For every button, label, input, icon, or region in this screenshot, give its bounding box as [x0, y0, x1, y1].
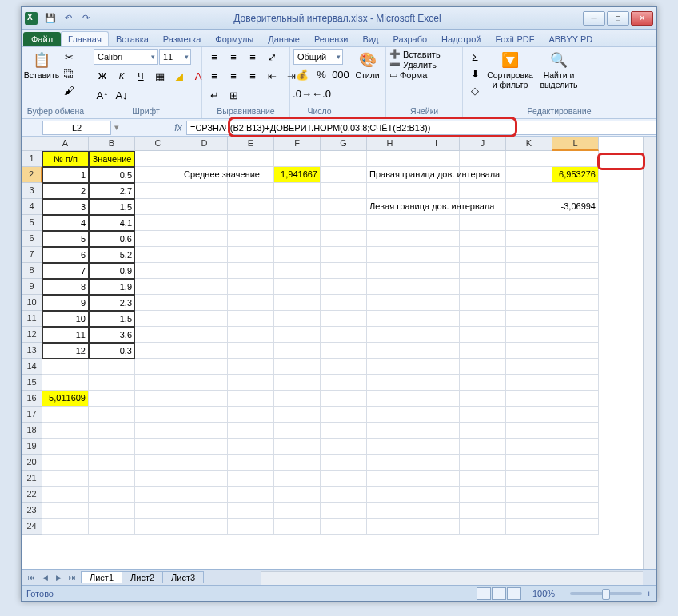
cell-L3[interactable] — [552, 183, 599, 199]
cell-E17[interactable] — [228, 407, 274, 423]
cell-D9[interactable] — [181, 279, 228, 295]
cell-B15[interactable] — [89, 375, 135, 391]
horizontal-scrollbar[interactable] — [261, 571, 643, 585]
zoom-in-icon[interactable]: + — [647, 589, 652, 598]
cell-I9[interactable] — [413, 279, 460, 295]
tab-home[interactable]: Главная — [61, 31, 109, 46]
cell-C18[interactable] — [135, 423, 181, 439]
cell-I19[interactable] — [413, 439, 460, 455]
cell-E21[interactable] — [228, 471, 274, 487]
cell-K1[interactable] — [506, 151, 552, 167]
row-header-17[interactable]: 17 — [22, 407, 42, 423]
cell-G13[interactable] — [321, 343, 367, 359]
cell-J23[interactable] — [460, 503, 506, 519]
cell-G16[interactable] — [321, 391, 367, 407]
cell-C6[interactable] — [135, 231, 181, 247]
cell-H19[interactable] — [367, 439, 413, 455]
cell-G5[interactable] — [321, 215, 367, 231]
cell-H13[interactable] — [367, 343, 413, 359]
sheet-tab-2[interactable]: Лист2 — [122, 571, 163, 583]
cell-F1[interactable] — [274, 151, 321, 167]
cell-G18[interactable] — [321, 423, 367, 439]
fx-icon[interactable]: fx — [170, 122, 186, 133]
sheet-tab-1[interactable]: Лист1 — [81, 571, 122, 583]
cell-F14[interactable] — [274, 359, 321, 375]
cell-E19[interactable] — [228, 439, 274, 455]
cell-H16[interactable] — [367, 391, 413, 407]
row-header-14[interactable]: 14 — [22, 359, 42, 375]
cell-H12[interactable] — [367, 327, 413, 343]
number-format-combo[interactable]: Общий — [293, 49, 343, 65]
cell-H1[interactable] — [367, 151, 413, 167]
cell-B4[interactable]: 1,5 — [89, 199, 135, 215]
cell-F10[interactable] — [274, 295, 321, 311]
cell-A19[interactable] — [42, 439, 89, 455]
cell-I1[interactable] — [413, 151, 460, 167]
cell-F7[interactable] — [274, 247, 321, 263]
cell-I17[interactable] — [413, 407, 460, 423]
format-cells-button[interactable]: ▭Формат — [389, 70, 431, 80]
cell-F17[interactable] — [274, 407, 321, 423]
cell-E7[interactable] — [228, 247, 274, 263]
row-header-11[interactable]: 11 — [22, 311, 42, 327]
cell-G4[interactable] — [321, 199, 367, 215]
cell-I11[interactable] — [413, 311, 460, 327]
italic-button[interactable]: К — [113, 68, 130, 84]
fill-color-button[interactable]: ◢ — [170, 68, 188, 84]
cell-K14[interactable] — [506, 359, 552, 375]
worksheet-grid[interactable]: ABCDEFGHIJKL 123456789101112131415161718… — [22, 137, 656, 578]
cell-K5[interactable] — [506, 215, 552, 231]
cell-D6[interactable] — [181, 231, 228, 247]
cell-G21[interactable] — [321, 471, 367, 487]
cell-F13[interactable] — [274, 343, 321, 359]
cell-E22[interactable] — [228, 487, 274, 503]
normal-view-icon[interactable] — [477, 587, 491, 600]
cell-E8[interactable] — [228, 263, 274, 279]
cell-A18[interactable] — [42, 423, 89, 439]
row-header-16[interactable]: 16 — [22, 391, 42, 407]
col-header-D[interactable]: D — [181, 137, 228, 151]
cell-B2[interactable]: 0,5 — [89, 167, 135, 183]
cell-I5[interactable] — [413, 215, 460, 231]
sort-filter-button[interactable]: 🔽 Сортировка и фильтр — [485, 49, 535, 91]
formula-bar[interactable]: =СРЗНАЧ(B2:B13)+ДОВЕРИТ.НОРМ(0,03;8;СЧЁТ… — [186, 121, 656, 135]
row-header-7[interactable]: 7 — [22, 247, 42, 263]
cell-K3[interactable] — [506, 183, 552, 199]
copy-icon[interactable]: ⿻ — [60, 66, 78, 81]
cell-K9[interactable] — [506, 279, 552, 295]
cell-J13[interactable] — [460, 343, 506, 359]
cell-C12[interactable] — [135, 327, 181, 343]
cell-I12[interactable] — [413, 327, 460, 343]
row-header-24[interactable]: 24 — [22, 519, 42, 535]
cell-K22[interactable] — [506, 487, 552, 503]
cell-F6[interactable] — [274, 231, 321, 247]
cell-I3[interactable] — [413, 183, 460, 199]
cell-A17[interactable] — [42, 407, 89, 423]
cell-F15[interactable] — [274, 375, 321, 391]
cell-I21[interactable] — [413, 471, 460, 487]
cell-K19[interactable] — [506, 439, 552, 455]
cell-B20[interactable] — [89, 455, 135, 471]
cell-G10[interactable] — [321, 295, 367, 311]
row-header-22[interactable]: 22 — [22, 487, 42, 503]
page-break-view-icon[interactable] — [507, 587, 521, 600]
align-middle-icon[interactable]: ≡ — [225, 49, 242, 65]
cell-A22[interactable] — [42, 487, 89, 503]
cell-C24[interactable] — [135, 519, 181, 535]
tab-abbyy[interactable]: ABBYY PD — [541, 31, 600, 46]
cell-B14[interactable] — [89, 359, 135, 375]
cell-F24[interactable] — [274, 519, 321, 535]
cell-B6[interactable]: -0,6 — [89, 231, 135, 247]
cell-K21[interactable] — [506, 471, 552, 487]
tab-file[interactable]: Файл — [23, 32, 61, 46]
cell-K10[interactable] — [506, 295, 552, 311]
cell-A21[interactable] — [42, 471, 89, 487]
cell-I16[interactable] — [413, 391, 460, 407]
clear-icon[interactable]: ◇ — [466, 82, 484, 98]
cell-H22[interactable] — [367, 487, 413, 503]
vertical-scrollbar[interactable] — [643, 137, 656, 578]
cell-H4[interactable]: Левая граница дов. интервала — [367, 199, 506, 215]
cell-D19[interactable] — [181, 439, 228, 455]
cell-B18[interactable] — [89, 423, 135, 439]
cell-L5[interactable] — [552, 215, 599, 231]
